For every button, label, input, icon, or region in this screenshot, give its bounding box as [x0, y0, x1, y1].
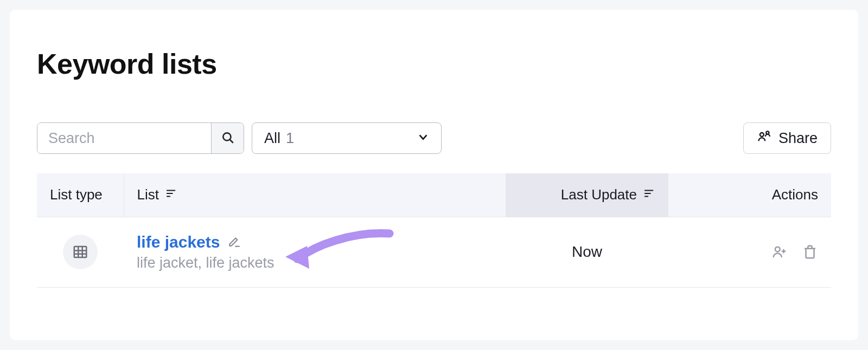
list-type-cell: [50, 235, 111, 269]
filter-label: All: [264, 130, 280, 147]
table-icon: [63, 235, 98, 269]
sort-icon: [165, 186, 177, 203]
list-subtitle: life jacket, life jackets: [137, 255, 493, 271]
toolbar: All 1 Share: [37, 122, 831, 154]
filter-dropdown[interactable]: All 1: [252, 122, 442, 154]
table-row: life jackets life jacket, life jackets N…: [37, 217, 831, 287]
edit-icon[interactable]: [227, 234, 241, 250]
keyword-lists-panel: Keyword lists All 1: [10, 10, 858, 340]
list-name-link[interactable]: life jackets: [137, 233, 220, 251]
column-header-list-label: List: [137, 186, 159, 203]
svg-rect-10: [74, 247, 87, 257]
column-header-list[interactable]: List: [124, 173, 506, 217]
svg-point-2: [760, 133, 764, 137]
share-button[interactable]: Share: [743, 122, 831, 154]
filter-count: 1: [286, 130, 294, 147]
svg-point-16: [775, 247, 780, 252]
column-header-last-update-label: Last Update: [561, 186, 637, 203]
svg-point-0: [223, 133, 231, 140]
page-title: Keyword lists: [37, 48, 831, 80]
trash-icon[interactable]: [802, 244, 818, 260]
chevron-down-icon: [417, 131, 429, 145]
svg-line-1: [229, 139, 233, 142]
search-button[interactable]: [211, 123, 244, 153]
actions-cell: [681, 244, 818, 260]
column-header-list-type[interactable]: List type: [37, 173, 124, 217]
column-header-actions: Actions: [668, 173, 831, 217]
sort-icon: [643, 186, 655, 203]
add-user-icon[interactable]: [771, 244, 788, 260]
share-icon: [757, 129, 772, 148]
list-cell: life jackets life jacket, life jackets: [137, 233, 493, 271]
keyword-lists-table: List type List Last Update: [37, 173, 831, 288]
search-input[interactable]: [37, 123, 211, 153]
table-header-row: List type List Last Update: [37, 173, 831, 217]
search-wrap: [37, 122, 244, 154]
column-header-last-update[interactable]: Last Update: [506, 173, 668, 217]
last-update-cell: Now: [506, 217, 668, 287]
share-label: Share: [778, 130, 818, 147]
search-icon: [221, 131, 235, 146]
